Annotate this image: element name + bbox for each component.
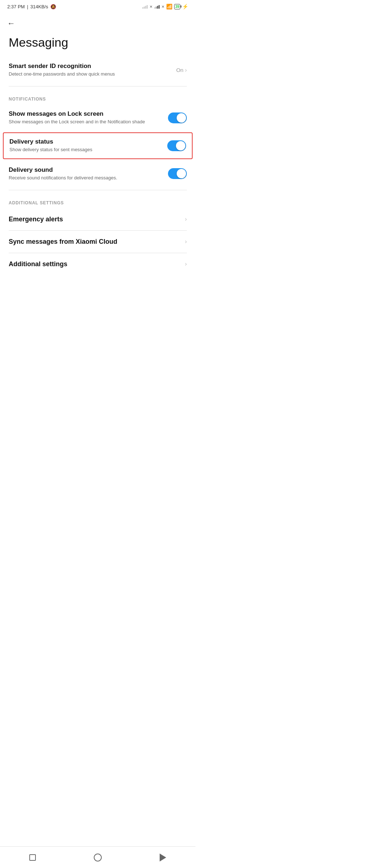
- delivery-status-title: Delivery status: [9, 138, 161, 145]
- time-label: 2:37 PM: [7, 4, 25, 9]
- charging-icon: ⚡: [182, 4, 188, 9]
- smart-sender-chevron: ›: [185, 67, 187, 73]
- divider-1: [9, 86, 187, 86]
- emergency-alerts-chevron: ›: [185, 216, 187, 222]
- delivery-sound-toggle[interactable]: [168, 168, 187, 179]
- signal-bars-2: [154, 4, 160, 9]
- delivery-sound-item[interactable]: Delivery sound Receive sound notificatio…: [0, 161, 196, 187]
- separator: |: [27, 4, 28, 9]
- smart-sender-text: Smart sender ID recognition Detect one-t…: [9, 63, 176, 77]
- smart-sender-item[interactable]: Smart sender ID recognition Detect one-t…: [0, 57, 196, 83]
- lock-screen-desc: Show messages on the Lock screen and in …: [9, 119, 162, 125]
- sync-cloud-chevron: ›: [185, 238, 187, 245]
- emergency-alerts-title: Emergency alerts: [9, 216, 63, 223]
- smart-sender-desc: Detect one-time passwords and show quick…: [9, 71, 171, 77]
- battery-icon: 39: [174, 4, 180, 9]
- back-arrow-icon: ←: [7, 19, 15, 28]
- delivery-status-item[interactable]: Delivery status Show delivery status for…: [3, 132, 193, 159]
- delivery-status-desc: Show delivery status for sent messages: [9, 146, 161, 153]
- delivery-sound-desc: Receive sound notifications for delivere…: [9, 175, 162, 181]
- wifi-icon: 📶: [166, 4, 172, 9]
- status-left: 2:37 PM | 314KB/s 🔕: [7, 4, 56, 9]
- lock-screen-toggle[interactable]: [168, 112, 187, 123]
- lock-screen-title: Show messages on Lock screen: [9, 110, 162, 118]
- status-right: ✕ ✕ 📶 39 ⚡: [142, 4, 188, 9]
- divider-2: [9, 190, 187, 190]
- lock-screen-text: Show messages on Lock screen Show messag…: [9, 110, 168, 125]
- smart-sender-title: Smart sender ID recognition: [9, 63, 171, 70]
- delivery-status-toggle[interactable]: [167, 140, 186, 151]
- lock-screen-item[interactable]: Show messages on Lock screen Show messag…: [0, 105, 196, 131]
- emergency-alerts-item[interactable]: Emergency alerts ›: [0, 208, 196, 230]
- smart-sender-value: On ›: [176, 67, 187, 73]
- status-bar: 2:37 PM | 314KB/s 🔕 ✕ ✕ 📶 39 ⚡: [0, 0, 196, 12]
- smart-sender-on-label: On: [176, 67, 184, 73]
- mute-icon: 🔕: [50, 4, 56, 9]
- sync-cloud-item[interactable]: Sync messages from Xiaomi Cloud ›: [0, 231, 196, 253]
- sync-cloud-title: Sync messages from Xiaomi Cloud: [9, 238, 117, 246]
- signal-x-icon-2: ✕: [161, 5, 164, 9]
- delivery-status-text: Delivery status Show delivery status for…: [9, 138, 167, 153]
- additional-settings-item[interactable]: Additional settings ›: [0, 253, 196, 275]
- back-button[interactable]: ←: [0, 12, 196, 32]
- notifications-section-header: NOTIFICATIONS: [0, 89, 196, 105]
- additional-settings-title: Additional settings: [9, 260, 67, 268]
- speed-label: 314KB/s: [30, 4, 48, 9]
- signal-bars-1: [142, 4, 148, 9]
- page-title: Messaging: [0, 32, 196, 57]
- delivery-sound-text: Delivery sound Receive sound notificatio…: [9, 166, 168, 181]
- signal-x-icon: ✕: [150, 5, 152, 9]
- additional-section-header: ADDITIONAL SETTINGS: [0, 193, 196, 208]
- delivery-sound-title: Delivery sound: [9, 166, 162, 174]
- additional-settings-chevron: ›: [185, 261, 187, 267]
